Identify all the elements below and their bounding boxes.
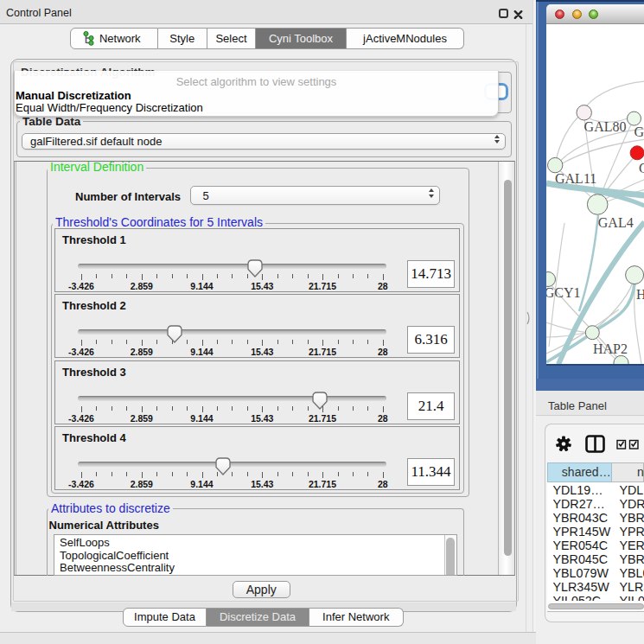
svg-text:HAP2: HAP2: [592, 341, 627, 355]
svg-text:GAL80: GAL80: [583, 119, 626, 134]
svg-text:GAL11: GAL11: [555, 171, 596, 186]
svg-text:GA: GA: [634, 124, 644, 139]
svg-text:GCY1: GCY1: [546, 284, 580, 299]
svg-text:H: H: [636, 287, 644, 302]
svg-text:GAL4: GAL4: [597, 215, 633, 230]
svg-text:C: C: [639, 160, 644, 175]
